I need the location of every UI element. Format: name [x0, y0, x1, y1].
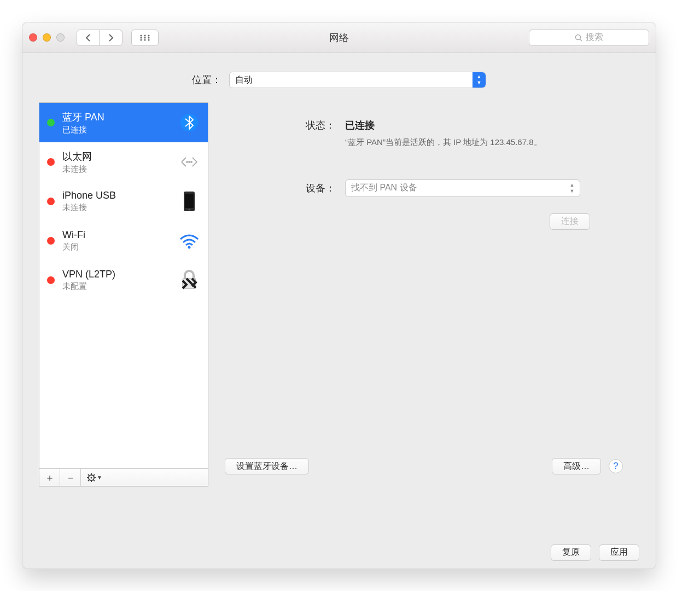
status-label: 状态： [225, 119, 345, 149]
minimize-window-icon[interactable] [43, 33, 51, 42]
ethernet-icon [178, 151, 200, 173]
forward-button[interactable] [100, 30, 122, 46]
detail-pane: 状态： 已连接 “蓝牙 PAN”当前是活跃的，其 IP 地址为 123.45.6… [225, 102, 639, 486]
gear-icon [87, 473, 96, 482]
connect-button[interactable]: 连接 [550, 213, 590, 230]
status-dot-icon [47, 158, 55, 166]
svg-line-27 [94, 480, 95, 481]
svg-line-26 [88, 474, 89, 476]
svg-rect-16 [185, 194, 194, 208]
service-name: 蓝牙 PAN [62, 111, 171, 124]
bluetooth-icon [178, 112, 200, 134]
back-button[interactable] [77, 30, 100, 46]
svg-point-3 [140, 37, 142, 38]
svg-point-6 [140, 39, 142, 40]
service-item-ethernet[interactable]: 以太网 未连接 [39, 142, 208, 182]
nav-buttons [77, 30, 122, 46]
remove-service-button[interactable]: － [60, 469, 81, 486]
svg-line-29 [94, 474, 95, 476]
service-item-vpn[interactable]: VPN (L2TP) 未配置 [39, 260, 208, 300]
service-name: iPhone USB [62, 190, 171, 201]
service-status: 未连接 [62, 202, 171, 213]
svg-point-9 [576, 34, 581, 39]
grid-icon [139, 34, 150, 42]
service-name: 以太网 [62, 150, 171, 163]
window-controls [29, 33, 65, 42]
device-select[interactable]: 找不到 PAN 设备 ▲▼ [345, 179, 580, 197]
svg-point-12 [186, 161, 188, 163]
svg-point-14 [190, 161, 192, 163]
service-item-bluetooth-pan[interactable]: 蓝牙 PAN 已连接 [39, 103, 208, 142]
show-all-button[interactable] [131, 30, 159, 46]
svg-point-13 [188, 161, 190, 163]
zoom-window-icon [56, 33, 65, 42]
svg-point-17 [189, 209, 190, 211]
service-list-footer: ＋ － ▼ [39, 469, 208, 486]
status-description: “蓝牙 PAN”当前是活跃的，其 IP 地址为 123.45.67.8。 [345, 136, 623, 149]
bottom-bar: 复原 应用 [22, 536, 656, 569]
status-dot-icon [47, 237, 55, 245]
add-service-button[interactable]: ＋ [39, 469, 60, 486]
svg-point-21 [91, 477, 92, 478]
chevron-down-icon: ▼ [97, 474, 102, 480]
service-item-wifi[interactable]: Wi-Fi 关闭 [39, 221, 208, 260]
search-icon [575, 34, 582, 42]
svg-line-28 [88, 480, 89, 481]
svg-point-18 [188, 246, 191, 249]
device-label: 设备： [225, 182, 345, 195]
svg-line-10 [580, 39, 582, 41]
service-status: 未连接 [62, 164, 171, 175]
svg-point-5 [148, 37, 149, 38]
service-list: 蓝牙 PAN 已连接 以太网 未连接 [39, 102, 208, 469]
advanced-button[interactable]: 高级… [552, 458, 601, 474]
location-select[interactable]: 自动 ▲▼ [229, 72, 486, 88]
status-dot-icon [47, 198, 55, 205]
chevron-updown-icon: ▲▼ [568, 180, 576, 196]
status-dot-icon [47, 276, 55, 284]
setup-bluetooth-button[interactable]: 设置蓝牙设备… [225, 458, 309, 474]
device-value: 找不到 PAN 设备 [351, 182, 417, 194]
close-window-icon[interactable] [29, 33, 37, 42]
service-status: 已连接 [62, 125, 171, 135]
svg-point-2 [148, 34, 149, 36]
title-bar: 网络 搜索 [22, 22, 656, 53]
lock-icon [178, 269, 200, 291]
service-actions-button[interactable]: ▼ [81, 469, 108, 486]
status-dot-icon [47, 119, 55, 126]
status-value: 已连接 [345, 120, 375, 131]
apply-button[interactable]: 应用 [599, 544, 639, 561]
svg-point-1 [144, 34, 145, 36]
search-placeholder: 搜索 [586, 32, 603, 43]
wifi-icon [178, 230, 200, 252]
chevron-updown-icon: ▲▼ [472, 72, 486, 88]
service-name: VPN (L2TP) [62, 269, 171, 280]
help-button[interactable]: ? [609, 459, 623, 473]
revert-button[interactable]: 复原 [551, 544, 591, 561]
svg-point-7 [144, 39, 145, 40]
service-item-iphone-usb[interactable]: iPhone USB 未连接 [39, 182, 208, 221]
location-label: 位置： [192, 73, 221, 86]
service-status: 未配置 [62, 281, 171, 292]
service-name: Wi-Fi [62, 229, 171, 241]
svg-point-0 [140, 34, 142, 36]
svg-point-8 [148, 39, 149, 40]
svg-point-4 [144, 37, 145, 38]
service-status: 关闭 [62, 242, 171, 252]
iphone-icon [178, 190, 200, 212]
location-value: 自动 [235, 74, 253, 86]
search-input[interactable]: 搜索 [529, 30, 649, 46]
